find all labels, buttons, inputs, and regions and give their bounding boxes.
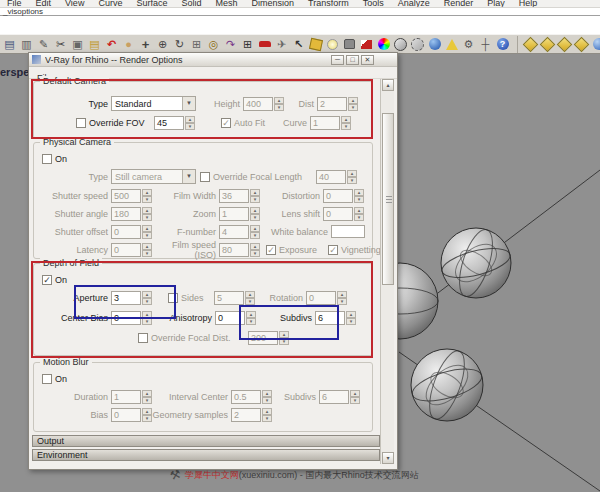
spin-down-icon[interactable]: ▾ (274, 104, 284, 111)
bias-stepper[interactable]: 0▴▾ (111, 408, 152, 422)
dropdown-arrow-icon[interactable] (182, 97, 195, 110)
minimize-button[interactable]: ─ (331, 55, 344, 65)
latency-stepper[interactable]: 0▴▾ (111, 243, 152, 257)
auto-fit-checkbox[interactable] (221, 118, 231, 128)
focal-dist-stepper[interactable]: 200▴▾ (248, 331, 289, 345)
menu-analyze[interactable]: Analyze (391, 0, 437, 8)
diamond-3-icon[interactable] (556, 36, 573, 53)
cut-icon[interactable] (52, 36, 69, 53)
menu-dimension[interactable]: Dimension (244, 0, 301, 8)
car-icon[interactable] (256, 36, 273, 53)
undo-view-icon[interactable] (222, 36, 239, 53)
copy-icon[interactable] (69, 36, 86, 53)
scrollbar-thumb[interactable] (382, 113, 394, 285)
dof-on-checkbox[interactable] (42, 275, 52, 285)
menu-transform[interactable]: Transform (301, 0, 356, 8)
override-fov-checkbox[interactable] (76, 118, 86, 128)
close-button[interactable]: ✕ (361, 55, 374, 65)
rotation-stepper[interactable]: 0▴▾ (306, 291, 347, 305)
gear-icon[interactable] (460, 36, 477, 53)
menu-solid[interactable]: Solid (174, 0, 208, 8)
maximize-button[interactable]: □ (346, 55, 359, 65)
vray-material-icon[interactable] (358, 36, 375, 53)
vray-options-icon[interactable] (443, 36, 460, 53)
aperture-stepper[interactable]: 3▴▾ (111, 291, 152, 305)
plane-icon[interactable] (273, 36, 290, 53)
override-focal-length-checkbox[interactable] (200, 172, 210, 182)
spin-down-icon[interactable]: ▾ (348, 104, 358, 111)
print-icon[interactable] (18, 36, 35, 53)
diamond-1-icon[interactable] (522, 36, 539, 53)
film-speed-stepper[interactable]: 80▴▾ (219, 243, 260, 257)
menu-help[interactable]: Help (512, 0, 545, 8)
lock-icon[interactable] (341, 36, 358, 53)
f-number-stepper[interactable]: 4▴▾ (219, 225, 260, 239)
dialog-scrollbar[interactable] (380, 79, 394, 464)
environment-rollup[interactable]: Environment (32, 449, 380, 461)
mb-subdivs-stepper[interactable]: 6▴▾ (319, 390, 360, 404)
spin-down-icon[interactable]: ▾ (347, 177, 357, 184)
save-icon[interactable] (1, 36, 18, 53)
distortion-stepper[interactable]: 0▴▾ (323, 189, 364, 203)
vignetting-checkbox[interactable] (328, 245, 338, 255)
globe-icon[interactable] (426, 36, 443, 53)
properties-icon[interactable] (35, 36, 52, 53)
color-wheel-icon[interactable] (375, 36, 392, 53)
move-icon[interactable] (137, 36, 154, 53)
spin-up-icon[interactable]: ▴ (185, 116, 195, 123)
render-region-icon[interactable] (409, 36, 426, 53)
override-focal-dist-checkbox[interactable] (138, 333, 148, 343)
camera-type-select[interactable]: Standard (111, 96, 196, 111)
diamond-4-icon[interactable] (573, 36, 590, 53)
diamond-2-icon[interactable] (539, 36, 556, 53)
menu-play[interactable]: Play (480, 0, 512, 8)
menu-render[interactable]: Render (437, 0, 481, 8)
scroll-down-icon[interactable] (382, 452, 394, 464)
menu-curve[interactable]: Curve (91, 0, 129, 8)
zoom-extents-icon[interactable] (205, 36, 222, 53)
viewport-title[interactable]: erspe (0, 66, 29, 78)
lens-shift-stepper[interactable]: 0▴▾ (323, 207, 364, 221)
spin-up-icon[interactable]: ▴ (348, 97, 358, 104)
pc-type-select[interactable]: Still camera (111, 169, 196, 184)
menu-mesh[interactable]: Mesh (208, 0, 244, 8)
dist-stepper[interactable]: 2▴▾ (317, 97, 358, 111)
lightbulb-icon[interactable] (324, 36, 341, 53)
motion-blur-on-checkbox[interactable] (42, 374, 52, 384)
sides-stepper[interactable]: 5▴▾ (214, 291, 255, 305)
zoom-icon[interactable] (154, 36, 171, 53)
dimension-icon[interactable] (477, 36, 494, 53)
curve-stepper[interactable]: 1▴▾ (310, 116, 351, 130)
undo-icon[interactable] (103, 36, 120, 53)
dof-subdivs-stepper[interactable]: 6▴▾ (315, 311, 356, 325)
spin-up-icon[interactable]: ▴ (347, 170, 357, 177)
render-sphere-icon[interactable] (392, 36, 409, 53)
paste-icon[interactable] (86, 36, 103, 53)
interval-center-stepper[interactable]: 0.5▴▾ (231, 390, 272, 404)
shutter-speed-stepper[interactable]: 500▴▾ (111, 189, 152, 203)
output-rollup[interactable]: Output (32, 435, 380, 447)
pan-icon[interactable] (120, 36, 137, 53)
rotate-view-icon[interactable] (171, 36, 188, 53)
zoom-window-icon[interactable] (188, 36, 205, 53)
paint-bucket-icon[interactable] (307, 36, 324, 53)
anisotropy-stepper[interactable]: 0▴▾ (215, 311, 256, 325)
focal-length-stepper[interactable]: 40▴▾ (316, 170, 357, 184)
scroll-up-icon[interactable] (382, 79, 394, 91)
sphere-icon[interactable] (590, 36, 600, 53)
spin-up-icon[interactable]: ▴ (274, 97, 284, 104)
duration-stepper[interactable]: 1▴▾ (111, 390, 152, 404)
shutter-angle-stepper[interactable]: 180▴▾ (111, 207, 152, 221)
film-width-stepper[interactable]: 36▴▾ (219, 189, 260, 203)
fov-stepper[interactable]: 45▴▾ (154, 116, 195, 130)
dialog-title-bar[interactable]: V-Ray for Rhino -- Render Options ─ □ ✕ (29, 53, 397, 67)
spin-down-icon[interactable]: ▾ (341, 123, 351, 130)
zoom-stepper[interactable]: 1▴▾ (219, 207, 260, 221)
height-stepper[interactable]: 400▴▾ (243, 97, 284, 111)
physical-camera-on-checkbox[interactable] (42, 154, 52, 164)
shutter-offset-stepper[interactable]: 0▴▾ (111, 225, 152, 239)
menu-tools[interactable]: Tools (356, 0, 391, 8)
dropdown-arrow-icon[interactable] (182, 170, 195, 183)
menu-view[interactable]: View (58, 0, 91, 8)
help-icon[interactable] (494, 36, 511, 53)
